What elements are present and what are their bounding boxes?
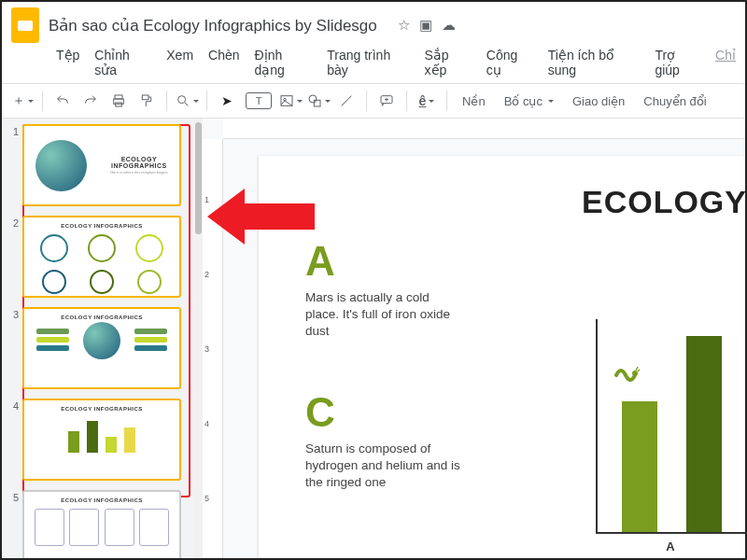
circle-icon — [42, 270, 66, 294]
svg-rect-3 — [142, 95, 148, 100]
menu-bar: Tệp Chỉnh sửa Xem Chèn Định dạng Trang t… — [2, 45, 745, 83]
bar-icon — [87, 421, 98, 453]
vertical-ruler: 1 2 3 4 5 — [203, 139, 223, 560]
paint-format-button[interactable] — [134, 88, 160, 114]
thumb-num: 5 — [6, 492, 19, 503]
zoom-button[interactable] — [174, 88, 200, 114]
line-tool[interactable] — [333, 88, 359, 114]
thumb-num: 2 — [6, 217, 19, 229]
menu-file[interactable]: Tệp — [56, 48, 79, 77]
bar-icon — [68, 431, 79, 453]
redo-button[interactable] — [78, 88, 104, 114]
layout-button[interactable]: Bố cục — [496, 88, 562, 114]
thumb2-title: ECOLOGY INFOGRAPHICS — [24, 217, 179, 231]
menu-help[interactable]: Trợ giúp — [655, 48, 700, 77]
worm-icon — [612, 357, 640, 391]
star-icon[interactable]: ☆ — [398, 17, 410, 34]
text-c: Saturn is composed of hydrogen and heliu… — [305, 441, 464, 492]
toolbar: ＋ ➤ T ê Nền Bố cục Giao diện Chuyển đổi — [2, 83, 745, 119]
comment-button[interactable] — [374, 88, 400, 114]
svg-rect-0 — [115, 95, 122, 99]
card-icon — [139, 509, 169, 546]
circle-icon — [135, 234, 163, 262]
shape-tool[interactable] — [305, 88, 331, 114]
bar-icon — [124, 427, 135, 453]
card-icon — [105, 509, 134, 546]
thumb-num: 4 — [6, 400, 19, 412]
thumb1-title2: INFOGRAPHICS — [110, 162, 167, 169]
canvas-area: 1 2 3 4 5 ECOLOGY A Mars is actually a c… — [203, 119, 745, 560]
menu-lastedit[interactable]: Chỉ — [715, 48, 736, 77]
chart-bar-a — [622, 401, 657, 532]
circle-icon — [40, 234, 68, 262]
menu-arrange[interactable]: Sắp xếp — [425, 48, 472, 77]
circle-icon — [90, 270, 114, 294]
menu-insert[interactable]: Chèn — [208, 48, 239, 77]
undo-button[interactable] — [49, 88, 76, 114]
slide-thumb-2[interactable]: ECOLOGY INFOGRAPHICS — [22, 216, 181, 298]
card-icon — [35, 509, 64, 546]
slide-thumb-3[interactable]: ECOLOGY INFOGRAPHICS — [22, 307, 181, 389]
thumb1-sub: Here is where this template begins — [110, 170, 167, 175]
axis-label-a: A — [596, 539, 745, 553]
filmstrip-scrollbar[interactable] — [194, 119, 203, 560]
theme-button[interactable]: Giao diện — [564, 88, 633, 114]
workspace: 1 ECOLOGY INFOGRAPHICS Here is where thi… — [2, 119, 745, 560]
slide-thumb-4[interactable]: ECOLOGY INFOGRAPHICS — [22, 399, 181, 481]
thumb-num: 1 — [6, 126, 19, 137]
svg-rect-8 — [314, 100, 320, 106]
print-button[interactable] — [106, 88, 132, 114]
menu-slide[interactable]: Trang trình bày — [327, 48, 409, 77]
menu-addons[interactable]: Tiện ích bổ sung — [548, 48, 641, 77]
text-a: Mars is actually a cold place. It's full… — [305, 289, 464, 341]
select-tool[interactable]: ➤ — [214, 88, 240, 114]
cloud-icon[interactable]: ☁ — [442, 17, 456, 34]
slide-title[interactable]: ECOLOGY — [305, 184, 747, 220]
bar-icon — [106, 437, 117, 453]
thumb5-title: ECOLOGY INFOGRAPHICS — [24, 492, 179, 505]
image-tool[interactable] — [277, 88, 303, 114]
filmstrip: 1 ECOLOGY INFOGRAPHICS Here is where thi… — [2, 119, 203, 560]
slides-logo-icon[interactable] — [11, 7, 39, 43]
svg-rect-2 — [116, 103, 122, 106]
move-icon[interactable]: ▣ — [419, 17, 432, 34]
new-slide-button[interactable]: ＋ — [9, 88, 35, 114]
circle-icon — [137, 270, 162, 294]
slide-thumb-1[interactable]: ECOLOGY INFOGRAPHICS Here is where this … — [22, 124, 181, 206]
slide-thumb-5[interactable]: ECOLOGY INFOGRAPHICS — [22, 490, 181, 560]
link-button[interactable]: ê — [414, 88, 440, 114]
document-title[interactable]: Bản sao của Ecology Infographics by Slid… — [49, 16, 377, 35]
horizontal-ruler — [223, 119, 745, 139]
globe-icon — [83, 322, 120, 359]
thumb4-title: ECOLOGY INFOGRAPHICS — [24, 400, 179, 413]
bar-chart[interactable]: A — [596, 319, 745, 553]
textbox-tool[interactable]: T — [246, 92, 272, 109]
chart-bar-b — [686, 336, 722, 532]
menu-format[interactable]: Định dạng — [255, 48, 313, 77]
transition-button[interactable]: Chuyển đổi — [635, 88, 714, 114]
thumb1-title1: ECOLOGY — [110, 156, 167, 162]
slide-canvas[interactable]: ECOLOGY A Mars is actually a cold place.… — [259, 156, 745, 560]
menu-tools[interactable]: Công cụ — [486, 48, 533, 77]
title-bar: Bản sao của Ecology Infographics by Slid… — [2, 2, 745, 45]
svg-point-4 — [177, 96, 185, 104]
svg-point-10 — [632, 371, 638, 376]
menu-view[interactable]: Xem — [166, 48, 193, 77]
background-button[interactable]: Nền — [454, 88, 494, 114]
circle-icon — [88, 234, 116, 262]
thumb3-title: ECOLOGY INFOGRAPHICS — [24, 309, 179, 322]
globe-icon — [35, 140, 87, 191]
thumb-num: 3 — [6, 309, 19, 320]
letter-a: A — [305, 241, 745, 282]
menu-edit[interactable]: Chỉnh sửa — [94, 48, 151, 77]
svg-point-7 — [309, 95, 317, 103]
card-icon — [69, 509, 99, 546]
